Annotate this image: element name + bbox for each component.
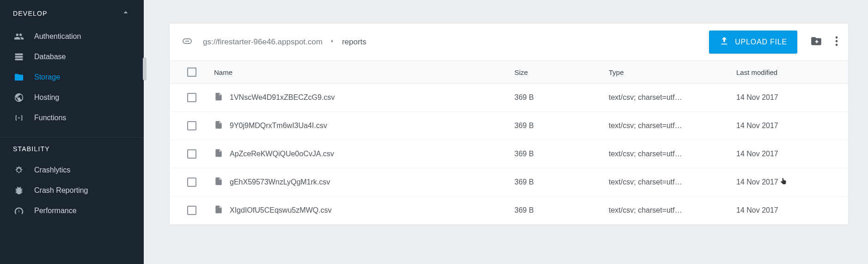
storage-panel: gs://firestarter-96e46.appspot.com repor… [169,23,849,225]
crashlytics-icon [13,164,25,176]
sidebar-item-label: Crashlytics [34,166,70,174]
column-header-modified[interactable]: Last modified [736,68,848,76]
table-row[interactable]: 1VNscWe4D91xZBECZcG9.csv 369 B text/csv;… [170,84,848,112]
file-name: 1VNscWe4D91xZBECZcG9.csv [230,93,335,102]
sidebar-item-database[interactable]: Database [0,47,144,67]
file-type: text/csv; charset=utf… [609,93,701,102]
svg-point-5 [836,44,838,46]
file-icon [214,204,223,217]
row-checkbox[interactable] [187,121,196,130]
file-modified: 14 Nov 2017 [736,93,848,102]
file-icon [214,119,223,132]
file-size: 369 B [514,150,609,158]
file-type: text/csv; charset=utf… [609,150,701,158]
svg-point-4 [836,40,838,43]
table-row[interactable]: gEhX59573WnzLyQgM1rk.csv 369 B text/csv;… [170,168,848,196]
bug-icon [13,184,25,196]
table-row[interactable]: ApZceReKWQiQUe0oCvJA.csv 369 B text/csv;… [170,140,848,168]
sidebar-item-label: Authentication [34,32,81,41]
file-icon [214,147,223,160]
svg-point-3 [836,37,838,39]
file-size: 369 B [514,178,609,186]
sidebar-item-functions[interactable]: Functions [0,108,144,128]
folder-icon [13,71,25,83]
table-row[interactable]: 9Y0j9MDQrxTm6wI3Ua4I.csv 369 B text/csv;… [170,112,848,140]
row-checkbox[interactable] [187,93,196,102]
chevron-up-icon [121,7,131,19]
sidebar-item-label: Performance [34,207,77,215]
upload-label: UPLOAD FILE [735,38,787,46]
section-header-stability[interactable]: STABILITY [0,142,144,160]
sidebar: DEVELOP Authentication Database Storage … [0,0,144,264]
file-name: ApZceReKWQiQUe0oCvJA.csv [230,150,334,158]
sidebar-item-label: Crash Reporting [34,186,88,195]
file-modified: 14 Nov 2017 [736,150,848,158]
upload-icon [719,36,729,48]
scrollbar[interactable] [143,57,147,80]
sidebar-item-label: Database [34,53,66,61]
divider [0,137,144,138]
link-icon[interactable] [182,36,193,49]
file-name: XIgdIOfU5CEqswu5zMWQ.csv [230,206,332,215]
toolbar: gs://firestarter-96e46.appspot.com repor… [170,24,848,61]
new-folder-button[interactable] [810,35,822,49]
sidebar-item-label: Storage [34,73,60,81]
sidebar-item-crashlytics[interactable]: Crashlytics [0,160,144,180]
file-size: 369 B [514,93,609,102]
file-size: 369 B [514,122,609,130]
sidebar-item-crash-reporting[interactable]: Crash Reporting [0,180,144,201]
select-all-checkbox[interactable] [187,68,196,77]
column-header-name[interactable]: Name [214,68,514,76]
table-header: Name Size Type Last modified [170,61,848,84]
section-header-develop[interactable]: DEVELOP [0,0,144,26]
sidebar-item-storage[interactable]: Storage [0,67,144,87]
file-name: 9Y0j9MDQrxTm6wI3Ua4I.csv [230,122,327,130]
sidebar-item-label: Hosting [34,93,59,102]
table-row[interactable]: XIgdIOfU5CEqswu5zMWQ.csv 369 B text/csv;… [170,196,848,225]
breadcrumb-folder[interactable]: reports [342,37,367,47]
breadcrumb-bucket[interactable]: gs://firestarter-96e46.appspot.com [203,37,323,47]
section-label: STABILITY [13,145,50,153]
file-type: text/csv; charset=utf… [609,122,701,130]
chevron-right-icon [329,37,336,47]
file-size: 369 B [514,206,609,215]
svg-rect-2 [15,59,23,61]
row-checkbox[interactable] [187,149,196,159]
database-icon [13,51,25,63]
upload-file-button[interactable]: UPLOAD FILE [709,31,797,54]
svg-rect-1 [15,56,23,58]
sidebar-item-hosting[interactable]: Hosting [0,87,144,108]
row-checkbox[interactable] [187,206,196,215]
file-name: gEhX59573WnzLyQgM1rk.csv [230,178,330,186]
row-checkbox[interactable] [187,178,196,187]
sidebar-item-performance[interactable]: Performance [0,201,144,221]
file-list: 1VNscWe4D91xZBECZcG9.csv 369 B text/csv;… [170,84,848,225]
column-header-size[interactable]: Size [514,68,609,76]
main-content: gs://firestarter-96e46.appspot.com repor… [144,0,868,264]
file-modified: 14 Nov 2017 [736,178,848,186]
gauge-icon [13,205,25,217]
breadcrumb: gs://firestarter-96e46.appspot.com repor… [203,37,367,47]
file-modified: 14 Nov 2017 [736,122,848,130]
column-header-type[interactable]: Type [609,68,736,76]
file-type: text/csv; charset=utf… [609,206,701,215]
file-icon [214,176,223,189]
functions-icon [13,112,25,124]
people-icon [13,31,25,43]
svg-rect-0 [15,54,23,55]
more-options-button[interactable] [835,36,838,49]
file-icon [214,91,223,104]
file-modified: 14 Nov 2017 [736,206,848,215]
sidebar-item-authentication[interactable]: Authentication [0,26,144,47]
sidebar-item-label: Functions [34,114,66,122]
section-label: DEVELOP [13,10,48,17]
file-type: text/csv; charset=utf… [609,178,701,186]
globe-icon [13,92,25,104]
